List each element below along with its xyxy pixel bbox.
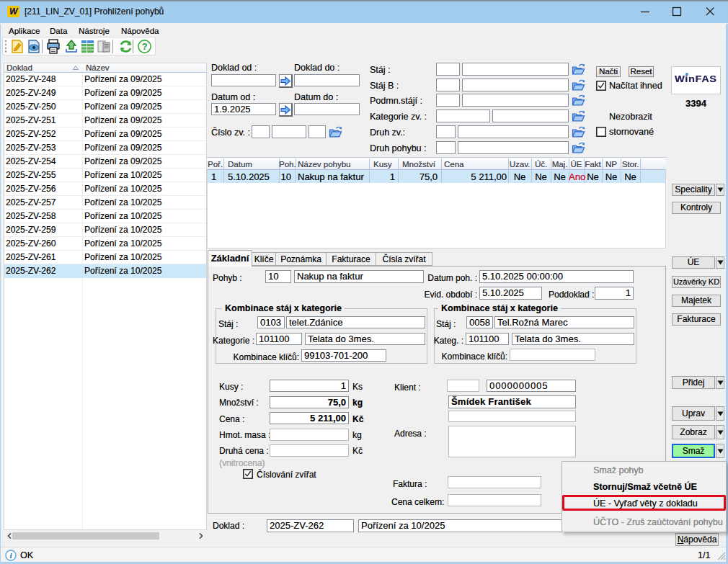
svg-text:?: ?	[142, 42, 148, 52]
